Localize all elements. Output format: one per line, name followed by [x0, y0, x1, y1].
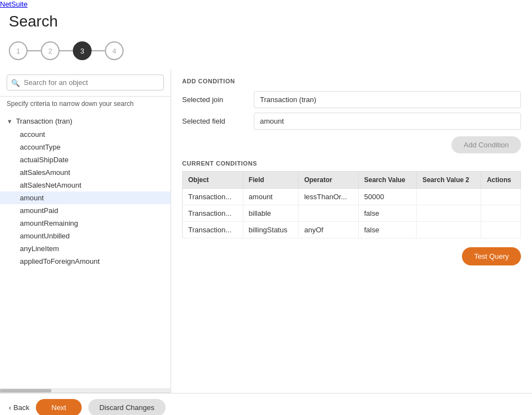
- tree-child-accounttype[interactable]: accountType: [0, 141, 171, 153]
- tree-child-amountunbilled[interactable]: amountUnbilled: [0, 230, 171, 242]
- selected-field-row: Selected field amount: [182, 113, 521, 130]
- add-condition-button[interactable]: Add Condition: [451, 136, 521, 153]
- selected-field-label: Selected field: [182, 117, 254, 125]
- content-area: ADD CONDITION Selected join Transaction …: [171, 69, 532, 393]
- next-button[interactable]: Next: [36, 399, 82, 415]
- add-condition-btn-wrap: Add Condition: [182, 136, 521, 153]
- main-layout: 🔍 Specify criteria to narrow down your s…: [0, 69, 532, 393]
- cell-field: amount: [243, 189, 299, 205]
- test-query-wrap: Test Query: [182, 247, 521, 265]
- cell-search-value2: [417, 222, 481, 238]
- cell-operator: [299, 205, 359, 222]
- tree-child-appliedtoforeignamount[interactable]: appliedToForeignAmount: [0, 255, 171, 268]
- col-search-value2: Search Value 2: [417, 172, 481, 189]
- col-field: Field: [243, 172, 299, 189]
- selected-join-label: Selected join: [182, 95, 254, 104]
- selected-join-value: Transaction (tran): [254, 91, 521, 108]
- search-box-wrap: 🔍: [0, 69, 171, 97]
- selected-join-row: Selected join Transaction (tran): [182, 91, 521, 108]
- table-row: Transaction... amount lessThanOr... 5000…: [183, 189, 521, 205]
- cell-search-value: 50000: [358, 189, 417, 205]
- step-3[interactable]: 3: [73, 41, 92, 60]
- col-actions: Actions: [481, 172, 521, 189]
- cell-object: Transaction...: [183, 205, 243, 222]
- footer: ‹ Back Next Discard Changes: [0, 393, 532, 415]
- search-input[interactable]: [7, 75, 164, 91]
- tree-parent-transaction[interactable]: ▼ Transaction (tran): [0, 114, 171, 128]
- step-line-3-4: [92, 50, 105, 51]
- table-row: Transaction... billingStatus anyOf false: [183, 222, 521, 238]
- col-search-value: Search Value: [358, 172, 417, 189]
- step-2[interactable]: 2: [41, 41, 60, 60]
- test-query-button[interactable]: Test Query: [462, 247, 521, 265]
- tree-child-actualshipdate[interactable]: actualShipDate: [0, 153, 171, 166]
- step-line-1-2: [28, 50, 41, 51]
- table-row: Transaction... billable false: [183, 205, 521, 222]
- cell-operator: anyOf: [299, 222, 359, 238]
- tree-child-altsalesnetamount[interactable]: altSalesNetAmount: [0, 179, 171, 191]
- step-line-2-3: [60, 50, 73, 51]
- specify-text: Specify criteria to narrow down your sea…: [0, 97, 171, 112]
- page-title: Search: [0, 8, 532, 37]
- step-1[interactable]: 1: [9, 41, 28, 60]
- selected-field-value: amount: [254, 113, 521, 130]
- netsuite-link[interactable]: NetSuite: [0, 0, 28, 8]
- stepper: 1 2 3 4: [0, 37, 532, 69]
- cell-object: Transaction...: [183, 189, 243, 205]
- add-condition-label: ADD CONDITION: [182, 78, 521, 84]
- back-arrow-icon: ‹: [9, 403, 11, 412]
- tree-child-amountpaid[interactable]: amountPaid: [0, 204, 171, 217]
- cell-actions: [481, 205, 521, 222]
- conditions-table: Object Field Operator Search Value Searc…: [182, 171, 521, 238]
- cell-search-value: false: [358, 205, 417, 222]
- col-object: Object: [183, 172, 243, 189]
- tree-child-account[interactable]: account: [0, 128, 171, 141]
- discard-button[interactable]: Discard Changes: [88, 399, 166, 415]
- cell-actions: [481, 189, 521, 205]
- sidebar-scroll[interactable]: [0, 389, 171, 393]
- tree-child-altsalesamount[interactable]: altSalesAmount: [0, 166, 171, 179]
- cell-search-value2: [417, 205, 481, 222]
- arrow-icon: ▼: [7, 118, 13, 125]
- cell-operator: lessThanOr...: [299, 189, 359, 205]
- current-conditions-label: CURRENT CONDITIONS: [182, 160, 521, 167]
- tree-area: ▼ Transaction (tran) account accountType…: [0, 112, 171, 386]
- tree-child-amount[interactable]: amount: [0, 191, 171, 204]
- cell-actions: [481, 222, 521, 238]
- cell-search-value2: [417, 189, 481, 205]
- cell-search-value: false: [358, 222, 417, 238]
- cell-field: billable: [243, 205, 299, 222]
- tree-parent-label: Transaction (tran): [16, 117, 72, 125]
- cell-field: billingStatus: [243, 222, 299, 238]
- step-4[interactable]: 4: [105, 41, 124, 60]
- back-button[interactable]: ‹ Back: [9, 403, 29, 412]
- tree-child-amountremaining[interactable]: amountRemaining: [0, 217, 171, 230]
- tree-child-anylineitem[interactable]: anyLineItem: [0, 242, 171, 255]
- cell-object: Transaction...: [183, 222, 243, 238]
- search-icon: 🔍: [11, 78, 20, 87]
- sidebar: 🔍 Specify criteria to narrow down your s…: [0, 69, 171, 393]
- col-operator: Operator: [299, 172, 359, 189]
